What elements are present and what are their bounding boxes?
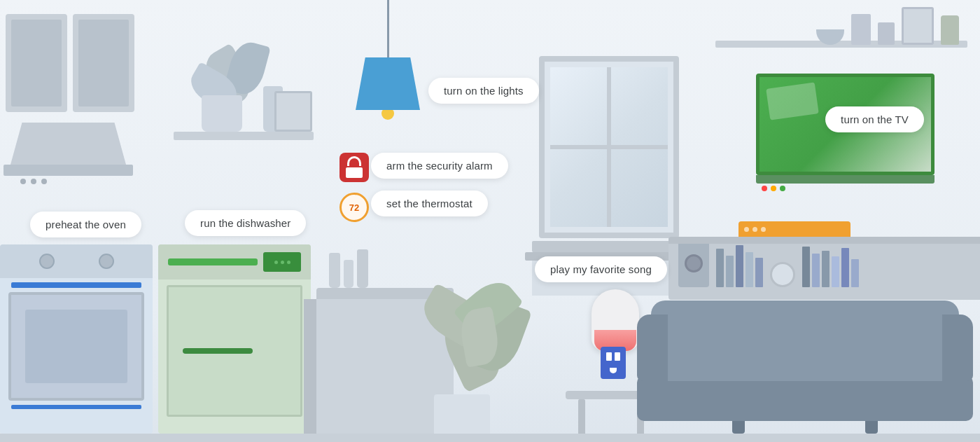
bubble-oven: preheat the oven	[30, 212, 141, 237]
kitchen-cabinets	[0, 7, 147, 126]
bubble-lights: turn on the lights	[428, 78, 539, 104]
bubble-tv: turn on the TV	[825, 106, 924, 132]
dishwasher	[158, 244, 311, 434]
media-console	[668, 237, 980, 300]
power-outlet	[601, 347, 626, 379]
bubble-thermostat-text: set the thermostat	[386, 198, 472, 209]
bubble-thermostat: set the thermostat	[371, 191, 488, 216]
floor	[0, 434, 980, 442]
bubble-tv-text: turn on the TV	[841, 113, 909, 125]
tv-display	[756, 74, 934, 191]
window	[539, 56, 679, 238]
oven	[0, 244, 153, 434]
shelf-left	[174, 28, 314, 182]
bubble-dishwasher: run the dishwasher	[185, 210, 306, 236]
pendant-light	[356, 0, 420, 120]
sofa	[637, 301, 973, 434]
counter-items	[329, 249, 368, 288]
bubble-song-text: play my favorite song	[550, 263, 652, 275]
security-alarm-icon	[340, 153, 369, 182]
google-home-speaker	[592, 289, 639, 351]
bubble-security-text: arm the security alarm	[386, 160, 493, 172]
bubble-song: play my favorite song	[535, 256, 667, 282]
top-shelf-items	[816, 7, 959, 45]
thermostat-icon: 72	[340, 193, 369, 222]
bubble-oven-text: preheat the oven	[46, 219, 126, 230]
range-hood	[10, 123, 133, 184]
bubble-lights-text: turn on the lights	[444, 85, 524, 97]
scene: 72 turn on the lights arm the security a…	[0, 0, 980, 442]
bubble-security: arm the security alarm	[371, 153, 508, 179]
bubble-dishwasher-text: run the dishwasher	[200, 217, 290, 229]
